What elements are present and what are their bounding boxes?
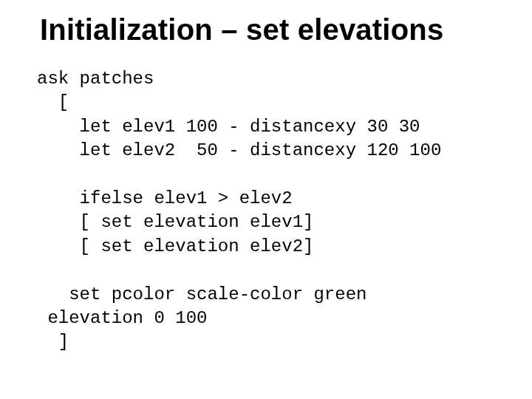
- code-block: ask patches [ let elev1 100 - distancexy…: [37, 67, 532, 355]
- code-line: set pcolor scale-color green: [37, 284, 366, 304]
- code-line: [ set elevation elev2]: [37, 236, 313, 256]
- code-line: let elev2 50 - distancexy 120 100: [37, 140, 441, 160]
- code-line: ask patches: [37, 69, 154, 89]
- slide: Initialization – set elevations ask patc…: [0, 0, 532, 399]
- code-line: [: [37, 92, 69, 112]
- code-line: [ set elevation elev1]: [37, 212, 313, 232]
- code-line: let elev1 100 - distancexy 30 30: [37, 117, 420, 137]
- slide-title: Initialization – set elevations: [40, 13, 532, 47]
- code-line: ]: [37, 332, 69, 352]
- code-line: ifelse elev1 > elev2: [37, 188, 293, 208]
- code-line: elevation 0 100: [37, 308, 207, 328]
